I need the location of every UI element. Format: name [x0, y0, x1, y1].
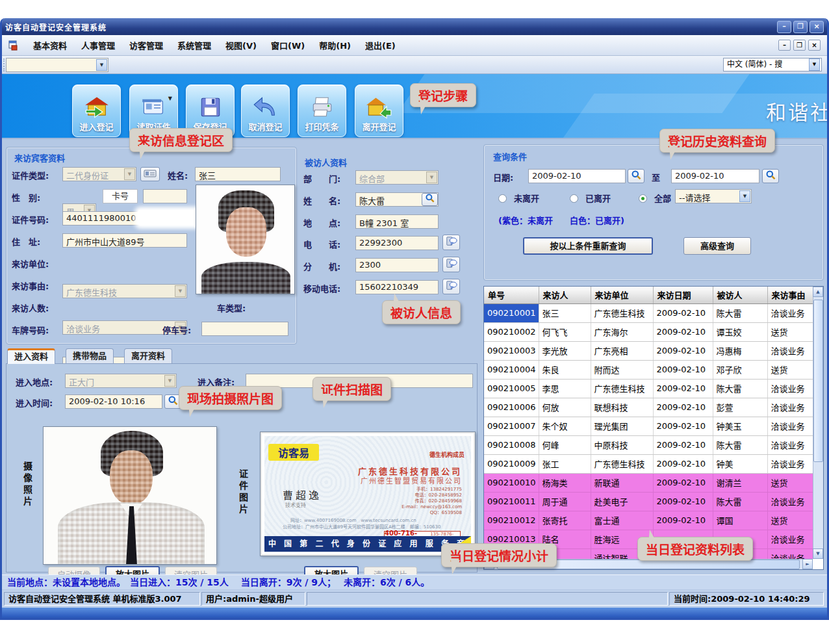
tab-leave-info[interactable]: 离开资料 [124, 348, 172, 364]
cell-id[interactable]: 090210003 [484, 341, 539, 360]
cell-id[interactable]: 090210009 [484, 454, 539, 473]
tab-carried-items[interactable]: 携带物品 [66, 348, 114, 364]
table-row[interactable]: 090210001张三广东德生科技2009-02-10陈大雷洽谈业务 [484, 303, 813, 322]
col-header[interactable]: 来访人 [539, 287, 591, 303]
chevron-down-icon[interactable]: ▼ [809, 58, 820, 71]
mdi-restore-icon[interactable]: ❐ [793, 40, 806, 51]
date-from-input[interactable]: 2009-02-10 [528, 169, 626, 183]
cell-id[interactable]: 090210002 [484, 322, 539, 341]
cell-host[interactable]: 冯惠梅 [713, 341, 767, 360]
date-to-picker-button[interactable] [762, 169, 779, 183]
cell-id[interactable]: 090210006 [484, 398, 539, 417]
radio-icon[interactable] [498, 194, 507, 203]
col-header[interactable]: 单号 [484, 287, 539, 303]
cell-date[interactable]: 2009-02-10 [653, 379, 713, 398]
cell-date[interactable]: 2009-02-10 [653, 360, 713, 379]
table-row[interactable]: 090210009张工广东德生科技2009-02-10钟美洽谈业务 [484, 454, 813, 473]
address-input[interactable]: 广州市中山大道89号 [62, 233, 187, 248]
cell-visitor[interactable]: 李思 [539, 379, 591, 398]
cell-visitor[interactable]: 何放 [539, 398, 591, 417]
cell-host[interactable]: 谭国 [713, 511, 767, 530]
enter-register-button[interactable]: 进入登记 [72, 84, 121, 137]
cell-company[interactable]: 广东德生科技 [591, 303, 653, 322]
date-to-input[interactable]: 2009-02-10 [671, 169, 759, 183]
cell-id[interactable]: 090210007 [484, 417, 539, 435]
entry-place-select[interactable]: 正大门 ▼ [65, 374, 177, 388]
cell-reason[interactable]: 送货 [767, 511, 813, 530]
requery-button[interactable]: 按以上条件重新查询 [523, 237, 653, 255]
menu-view[interactable]: 视图(V) [225, 39, 257, 51]
table-row[interactable]: 090210006何放联想科技2009-02-10彭萱洽谈业务 [484, 398, 813, 417]
cell-date[interactable]: 2009-02-10 [653, 303, 713, 322]
advanced-query-button[interactable]: 高级查询 [683, 237, 751, 255]
cell-company[interactable]: 中原科技 [591, 435, 653, 454]
vertical-scrollbar[interactable]: ▲ ▼ [813, 287, 823, 559]
cell-id[interactable]: 090210005 [484, 379, 539, 398]
cell-date[interactable]: 2009-02-10 [653, 417, 713, 435]
cell-visitor[interactable]: 朱个奴 [539, 417, 591, 435]
cell-visitor[interactable]: 杨海类 [539, 473, 591, 492]
cell-company[interactable]: 广东德生科技 [591, 379, 653, 398]
cell-host[interactable]: 邓子欣 [713, 360, 767, 379]
dept-select[interactable]: 综合部 ▼ [355, 170, 439, 185]
cell-visitor[interactable]: 何飞飞 [539, 322, 591, 341]
entry-time-input[interactable]: 2009-02-10 10:16 [65, 394, 162, 409]
cell-date[interactable]: 2009-02-10 [653, 473, 713, 492]
cell-visitor[interactable]: 张寄托 [539, 511, 591, 530]
menu-help[interactable]: 帮助(H) [319, 39, 351, 51]
cell-reason[interactable]: 洽谈业务 [767, 454, 813, 473]
cell-host[interactable]: 钟美玉 [713, 417, 767, 435]
cell-visitor[interactable]: 李光放 [539, 341, 591, 360]
cell-reason[interactable]: 送货 [767, 473, 813, 492]
cell-date[interactable]: 2009-02-10 [653, 511, 713, 530]
visitor-name-input[interactable]: 张三 [195, 167, 281, 181]
cell-reason[interactable]: 洽谈业务 [767, 341, 813, 360]
cell-company[interactable]: 附而达 [591, 360, 653, 379]
cell-id[interactable]: 090210004 [484, 360, 539, 379]
cell-reason[interactable]: 送货 [767, 322, 813, 341]
cell-reason[interactable]: 洽谈业务 [767, 435, 813, 454]
cell-reason[interactable]: 洽谈业务 [767, 303, 813, 322]
cell-visitor[interactable]: 张三 [539, 303, 591, 322]
cell-id[interactable]: 090210001 [484, 303, 539, 322]
cell-date[interactable]: 2009-02-10 [653, 492, 713, 511]
cell-reason[interactable]: 洽谈业务 [767, 548, 813, 560]
cell-host[interactable]: 陈大雷 [713, 303, 767, 322]
cell-date[interactable]: 2009-02-10 [653, 398, 713, 417]
cell-id[interactable]: 090210012 [484, 511, 539, 530]
cell-id[interactable]: 090210010 [484, 473, 539, 492]
mdi-close-icon[interactable]: × [808, 40, 821, 51]
cell-reason[interactable]: 洽谈业务 [767, 398, 813, 417]
cell-reason[interactable]: 送货 [767, 360, 813, 379]
cell-host[interactable]: 钟美 [713, 454, 767, 473]
toolbar-combobox[interactable]: ▼ [6, 58, 108, 72]
cell-date[interactable]: 2009-02-10 [653, 322, 713, 341]
cell-host[interactable]: 陈大雷 [713, 379, 767, 398]
cell-date[interactable]: 2009-02-10 [653, 435, 713, 454]
card-reader-button[interactable] [140, 167, 160, 181]
language-bar[interactable]: 中文 (简体) - 搜 ▼ [723, 58, 822, 71]
mdi-minimize-icon[interactable]: – [778, 40, 791, 51]
cell-date[interactable]: 2009-02-10 [653, 341, 713, 360]
leave-register-button[interactable]: 离开登记 [355, 84, 403, 137]
date-from-picker-button[interactable] [628, 169, 644, 183]
print-receipt-button[interactable]: 打印凭条 [298, 84, 346, 137]
cell-company[interactable]: 富士通 [591, 511, 653, 530]
menu-system[interactable]: 系统管理 [177, 39, 211, 51]
table-row[interactable]: 090210008何峰中原科技2009-02-10陈大雷洽谈业务 [484, 435, 813, 454]
phone-input[interactable]: 22992300 [355, 236, 439, 250]
col-header[interactable]: 来访单位 [591, 287, 653, 303]
radio-all[interactable]: 全部 [639, 192, 671, 204]
parking-input[interactable] [201, 322, 288, 336]
cell-host[interactable]: 谢清兰 [713, 473, 767, 492]
visit-company-select[interactable]: 广东德生科技 ▼ [62, 284, 187, 298]
close-icon[interactable]: × [810, 21, 824, 33]
card-no-input[interactable] [143, 189, 187, 203]
col-header[interactable]: 来访日期 [653, 287, 713, 303]
cell-host[interactable]: 谭玉姣 [713, 322, 767, 341]
cell-id[interactable]: 090210011 [484, 492, 539, 511]
cell-id[interactable]: 090210008 [484, 435, 539, 454]
table-row[interactable]: 090210005李思广东德生科技2009-02-10陈大雷洽谈业务 [484, 379, 813, 398]
chevron-down-icon[interactable]: ▼ [96, 59, 107, 71]
col-header[interactable]: 被访人 [713, 287, 767, 303]
